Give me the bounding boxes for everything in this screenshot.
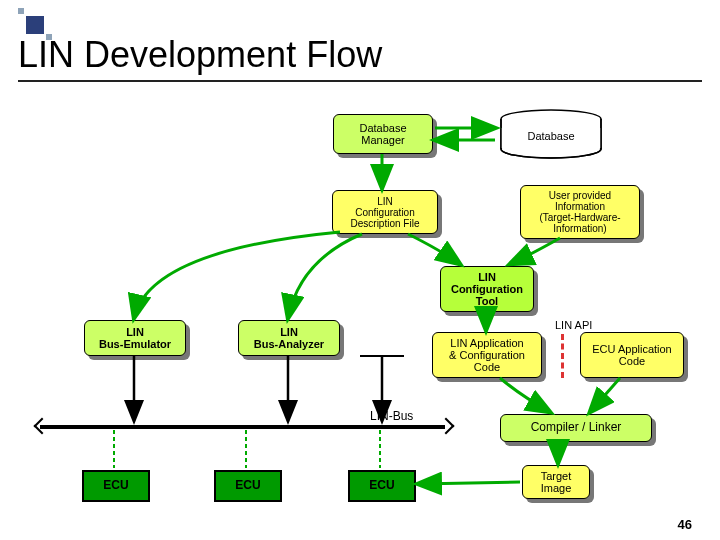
svg-line-13 [418, 482, 520, 484]
page-number: 46 [678, 517, 692, 532]
arrows-layer [0, 0, 720, 540]
